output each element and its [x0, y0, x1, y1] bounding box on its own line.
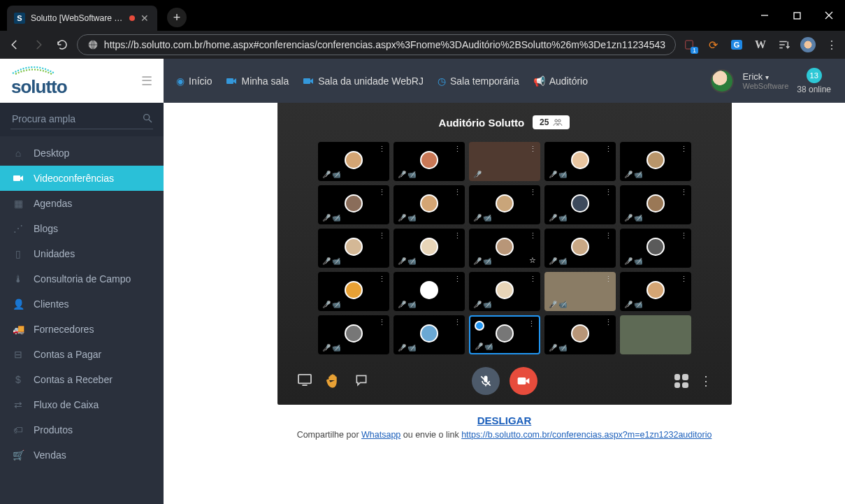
- tile-menu-icon[interactable]: ⋮: [605, 188, 612, 197]
- search-input[interactable]: [10, 110, 153, 129]
- participant-tile[interactable]: ⋮🎤̸ 📹̸: [620, 185, 691, 224]
- raise-hand-icon[interactable]: [326, 373, 340, 389]
- tile-menu-icon[interactable]: ⋮: [378, 188, 385, 197]
- close-window-button[interactable]: [813, 5, 845, 26]
- sidebar-item-vendas[interactable]: 🛒Vendas: [0, 442, 164, 468]
- participant-tile[interactable]: ⋮🎤̸ 📹̸: [620, 229, 691, 268]
- nav-auditorio[interactable]: 📢Auditório: [529, 71, 592, 91]
- participant-tile[interactable]: ⋮🎤̸ 📹̸☆: [469, 229, 540, 268]
- user-avatar[interactable]: [710, 69, 734, 93]
- participant-tile[interactable]: ⋮🎤̸ 📹̸: [318, 272, 389, 311]
- tile-menu-icon[interactable]: ⋮: [454, 275, 461, 284]
- user-meta[interactable]: Erick ▾ WebSoftware: [742, 71, 788, 90]
- minimize-button[interactable]: [749, 5, 781, 26]
- tile-menu-icon[interactable]: ⋮: [680, 231, 687, 240]
- sidebar-item-agendas[interactable]: ▦Agendas: [0, 191, 164, 216]
- nav-sala-unidade[interactable]: Sala da unidade WebRJ: [298, 71, 428, 91]
- tile-menu-icon[interactable]: ⋮: [680, 275, 687, 284]
- sidebar-item-fornecedores[interactable]: 🚚Fornecedores: [0, 317, 164, 342]
- menu-toggle-icon[interactable]: ☰: [141, 73, 152, 89]
- participant-tile[interactable]: ⋮🎤̸ 📹̸: [544, 185, 616, 224]
- sidebar-item-contas-receber[interactable]: $Contas a Receber: [0, 367, 164, 392]
- toggle-camera-button[interactable]: [510, 367, 537, 395]
- participant-tile[interactable]: ⋮🎤̸: [469, 142, 540, 181]
- extension-icon[interactable]: W: [753, 37, 768, 52]
- participant-tile[interactable]: ⋮🎤̸ 📹̸: [544, 315, 616, 354]
- tile-menu-icon[interactable]: ⋮: [528, 319, 535, 329]
- sidebar-item-consultoria[interactable]: 🌡Consultoria de Campo: [0, 266, 164, 291]
- tile-menu-icon[interactable]: ⋮: [529, 275, 536, 284]
- browser-menu-icon[interactable]: ⋮: [824, 37, 839, 52]
- new-tab-button[interactable]: +: [167, 8, 187, 27]
- sidebar-item-blogs[interactable]: ⋰Blogs: [0, 216, 164, 241]
- participant-tile[interactable]: ⋮🎤̸ 📹̸: [393, 315, 465, 354]
- tile-menu-icon[interactable]: ⋮: [454, 188, 461, 197]
- participant-tile[interactable]: ⋮🎤̸ 📹̸: [393, 185, 465, 224]
- participant-tile[interactable]: ⋮🎤̸ 📹̸: [544, 272, 616, 311]
- sidebar-item-videoconferencias[interactable]: Videoconferências: [0, 166, 164, 191]
- participant-tile[interactable]: ⋮🎤̸ 📹̸: [318, 142, 389, 181]
- tile-menu-icon[interactable]: ⋮: [605, 318, 612, 327]
- participant-tile[interactable]: ⋮🎤̸ 📹̸: [469, 185, 540, 224]
- tile-menu-icon[interactable]: ⋮: [680, 188, 687, 197]
- nav-sala-temporaria[interactable]: ◷Sala temporária: [433, 71, 523, 91]
- participant-tile[interactable]: ⋮🎤̸ 📹̸: [393, 229, 465, 268]
- tile-menu-icon[interactable]: ⋮: [378, 231, 385, 240]
- toggle-mic-button[interactable]: [472, 367, 500, 395]
- extension-icon[interactable]: ⟳: [705, 37, 721, 52]
- tile-menu-icon[interactable]: ⋮: [680, 145, 687, 154]
- participant-tile[interactable]: ⋮🎤̸ 📹̸: [620, 272, 691, 311]
- sidebar-item-produtos[interactable]: 🏷Produtos: [0, 417, 164, 442]
- browser-tab[interactable]: S Solutto [WebSoftware Solutt ✕: [7, 6, 157, 31]
- participant-tile[interactable]: ⋮🎤̸ 📹̸: [620, 142, 691, 181]
- tile-menu-icon[interactable]: ⋮: [605, 275, 612, 284]
- tile-menu-icon[interactable]: ⋮: [378, 145, 385, 154]
- sidebar-item-contas-pagar[interactable]: ⊟Contas a Pagar: [0, 342, 164, 367]
- search-icon[interactable]: [142, 113, 153, 124]
- tile-menu-icon[interactable]: ⋮: [454, 318, 461, 327]
- participant-tile[interactable]: ⋮🎤̸ 📹̸: [393, 272, 465, 311]
- tile-menu-icon[interactable]: ⋮: [454, 145, 461, 154]
- logo[interactable]: solutto: [11, 64, 67, 98]
- tile-menu-icon[interactable]: ⋮: [529, 145, 536, 154]
- sidebar-item-desktop[interactable]: ⌂Desktop: [0, 141, 164, 166]
- participant-tile[interactable]: ⋮🎤̸ 📹̸: [393, 142, 465, 181]
- tile-menu-icon[interactable]: ⋮: [378, 275, 385, 284]
- address-bar[interactable]: https://b.solutto.com.br/home.aspx#confe…: [77, 34, 676, 55]
- whatsapp-link[interactable]: Whatsapp: [361, 430, 400, 440]
- tile-menu-icon[interactable]: ⋮: [454, 231, 461, 240]
- participant-tile[interactable]: [620, 315, 691, 354]
- participant-count-badge[interactable]: 25: [533, 115, 570, 129]
- share-url-link[interactable]: https://b.solutto.com.br/conferencias.as…: [461, 430, 712, 440]
- tile-menu-icon[interactable]: ⋮: [529, 188, 536, 197]
- back-button[interactable]: [6, 35, 24, 55]
- forward-button[interactable]: [29, 35, 48, 55]
- extension-icon[interactable]: [777, 37, 792, 52]
- participant-tile[interactable]: ⋮🎤̸ 📹̸: [318, 315, 389, 354]
- tile-menu-icon[interactable]: ⋮: [529, 231, 536, 240]
- layout-grid-icon[interactable]: [674, 374, 688, 388]
- share-screen-icon[interactable]: [297, 373, 312, 389]
- participant-tile-active[interactable]: ⋮🎤̸ 📹̸: [469, 315, 540, 354]
- more-options-icon[interactable]: ⋮: [700, 373, 712, 389]
- participant-tile[interactable]: ⋮🎤̸ 📹̸: [544, 142, 616, 181]
- maximize-button[interactable]: [781, 5, 813, 26]
- online-indicator[interactable]: 13 38 online: [797, 68, 831, 94]
- profile-avatar-icon[interactable]: [800, 37, 816, 52]
- translate-extension-icon[interactable]: G: [729, 37, 744, 52]
- tile-menu-icon[interactable]: ⋮: [378, 318, 385, 327]
- participant-tile[interactable]: ⋮🎤̸ 📹̸: [318, 185, 389, 224]
- tile-menu-icon[interactable]: ⋮: [605, 145, 612, 154]
- tile-menu-icon[interactable]: ⋮: [605, 231, 612, 240]
- sidebar-item-fluxo-caixa[interactable]: ⇄Fluxo de Caixa: [0, 392, 164, 417]
- close-tab-icon[interactable]: ✕: [140, 13, 149, 24]
- disconnect-link[interactable]: DESLIGAR: [477, 415, 532, 426]
- reload-button[interactable]: [53, 35, 71, 55]
- participant-tile[interactable]: ⋮🎤̸ 📹̸: [469, 272, 540, 311]
- site-info-icon[interactable]: [87, 39, 99, 50]
- extension-icon[interactable]: 1: [681, 37, 697, 52]
- nav-minha-sala[interactable]: Minha sala: [222, 71, 293, 91]
- chat-icon[interactable]: [354, 373, 368, 389]
- sidebar-item-unidades[interactable]: ▯Unidades: [0, 241, 164, 266]
- nav-inicio[interactable]: ◉Início: [172, 71, 216, 91]
